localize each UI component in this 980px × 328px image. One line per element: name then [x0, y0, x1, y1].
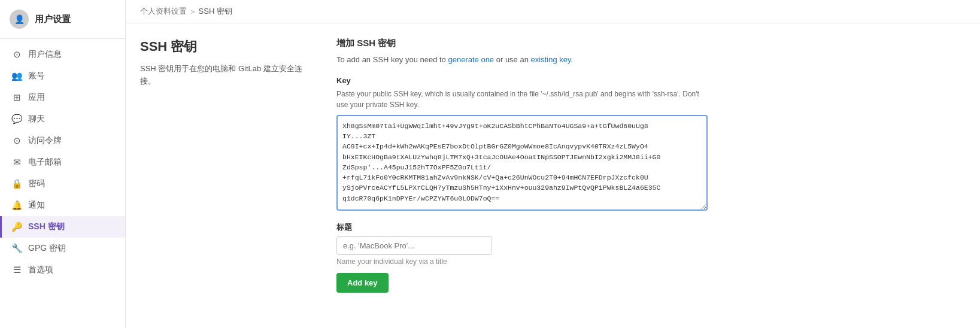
sidebar-item-account[interactable]: 👥账号: [0, 65, 125, 87]
account-icon: 👥: [11, 71, 22, 81]
breadcrumb-parent: 个人资料设置: [140, 6, 187, 17]
sidebar-nav: ⊙用户信息👥账号⊞应用💬聊天⊙访问令牌✉电子邮箱🔒密码🔔通知🔑SSH 密钥🔧GP…: [0, 39, 125, 328]
sidebar-item-label-ssh-keys: SSH 密钥: [28, 221, 65, 232]
main-content: 个人资料设置 > SSH 密钥 SSH 密钥 SSH 密钥用于在您的电脑和 Gi…: [126, 0, 980, 328]
content-area: SSH 密钥 SSH 密钥用于在您的电脑和 GitLab 建立安全连接。 增加 …: [126, 23, 980, 328]
help-text-suffix: .: [571, 55, 574, 64]
section-title: 增加 SSH 密钥: [336, 38, 708, 49]
gpg-keys-icon: 🔧: [11, 243, 22, 254]
sidebar-item-label-preferences: 首选项: [28, 265, 53, 275]
sidebar-item-label-email: 电子邮箱: [28, 157, 62, 168]
access-tokens-icon: ⊙: [11, 135, 22, 146]
email-icon: ✉: [11, 157, 22, 168]
help-text-prefix: To add an SSH key you need to: [336, 55, 448, 64]
ssh-key-textarea[interactable]: [336, 115, 708, 211]
generate-key-link[interactable]: generate one: [448, 55, 494, 64]
help-text-middle: or use an: [494, 55, 530, 64]
add-key-button[interactable]: Add key: [336, 273, 389, 293]
user-info-icon: ⊙: [11, 49, 22, 60]
avatar-icon: 👤: [14, 14, 25, 24]
left-panel: SSH 密钥 SSH 密钥用于在您的电脑和 GitLab 建立安全连接。: [140, 38, 308, 314]
notifications-icon: 🔔: [11, 200, 22, 211]
sidebar-title: 用户设置: [35, 14, 71, 25]
sidebar-item-label-chat: 聊天: [28, 114, 45, 124]
breadcrumb-separator: >: [190, 7, 195, 16]
chat-icon: 💬: [11, 114, 22, 124]
sidebar-item-label-access-tokens: 访问令牌: [28, 135, 62, 146]
sidebar-item-label-gpg-keys: GPG 密钥: [28, 243, 66, 254]
sidebar-item-user-info[interactable]: ⊙用户信息: [0, 44, 125, 65]
page-title: SSH 密钥: [140, 38, 308, 56]
sidebar-item-label-user-info: 用户信息: [28, 49, 62, 60]
help-text: To add an SSH key you need to generate o…: [336, 54, 708, 66]
title-field-label: 标题: [336, 222, 708, 233]
sidebar-item-access-tokens[interactable]: ⊙访问令牌: [0, 130, 125, 151]
avatar: 👤: [10, 10, 29, 29]
title-input[interactable]: [336, 236, 492, 255]
sidebar-item-password[interactable]: 🔒密码: [0, 173, 125, 195]
key-field-label: Key: [336, 76, 708, 85]
breadcrumb: 个人资料设置 > SSH 密钥: [126, 0, 980, 23]
page-description: SSH 密钥用于在您的电脑和 GitLab 建立安全连接。: [140, 63, 308, 88]
sidebar-item-email[interactable]: ✉电子邮箱: [0, 151, 125, 173]
preferences-icon: ☰: [11, 265, 22, 275]
sidebar-item-preferences[interactable]: ☰首选项: [0, 259, 125, 281]
sidebar-item-apps[interactable]: ⊞应用: [0, 87, 125, 108]
title-hint: Name your individual key via a title: [336, 257, 708, 266]
key-field-description: Paste your public SSH key, which is usua…: [336, 89, 708, 110]
sidebar-header: 👤 用户设置: [0, 0, 125, 39]
apps-icon: ⊞: [11, 92, 22, 103]
sidebar-item-label-password: 密码: [28, 178, 45, 189]
right-panel: 增加 SSH 密钥 To add an SSH key you need to …: [336, 38, 708, 314]
sidebar-item-label-notifications: 通知: [28, 200, 45, 211]
sidebar-item-gpg-keys[interactable]: 🔧GPG 密钥: [0, 238, 125, 259]
sidebar-item-chat[interactable]: 💬聊天: [0, 108, 125, 130]
breadcrumb-current: SSH 密钥: [199, 6, 232, 17]
sidebar: 👤 用户设置 ⊙用户信息👥账号⊞应用💬聊天⊙访问令牌✉电子邮箱🔒密码🔔通知🔑SS…: [0, 0, 126, 328]
sidebar-item-label-account: 账号: [28, 71, 45, 81]
ssh-keys-icon: 🔑: [11, 221, 22, 232]
sidebar-item-ssh-keys[interactable]: 🔑SSH 密钥: [0, 216, 125, 238]
password-icon: 🔒: [11, 178, 22, 189]
existing-key-link[interactable]: existing key: [531, 55, 571, 64]
sidebar-item-label-apps: 应用: [28, 92, 45, 103]
sidebar-item-notifications[interactable]: 🔔通知: [0, 195, 125, 216]
